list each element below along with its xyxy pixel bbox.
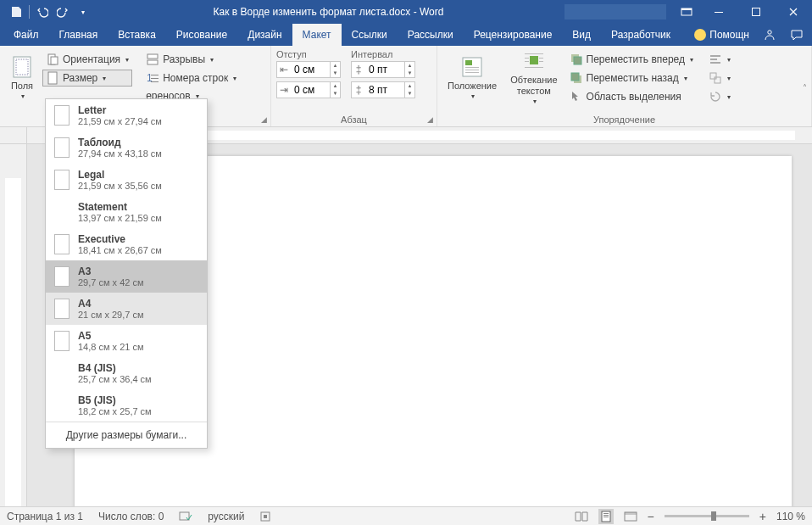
read-mode-icon[interactable] bbox=[575, 511, 588, 522]
size-option--[interactable]: Таблоид27,94 см x 43,18 см bbox=[46, 131, 207, 164]
qat-customize-icon[interactable]: ▾ bbox=[74, 3, 92, 21]
size-option-b4-jis-[interactable]: B4 (JIS)25,7 см x 36,4 см bbox=[46, 357, 207, 389]
size-name: Таблоид bbox=[78, 137, 162, 148]
spacing-after-input[interactable]: ‡▲▼ bbox=[351, 81, 415, 98]
svg-rect-2 bbox=[715, 12, 723, 13]
orientation-icon bbox=[46, 53, 59, 66]
svg-rect-10 bbox=[147, 54, 158, 59]
margins-button[interactable]: Поля ▾ bbox=[5, 49, 39, 105]
ruler-corner bbox=[0, 127, 27, 144]
tab-review[interactable]: Рецензирование bbox=[464, 24, 563, 46]
svg-rect-19 bbox=[465, 70, 479, 70]
align-icon bbox=[709, 53, 722, 66]
page-indicator[interactable]: Страница 1 из 1 bbox=[7, 511, 83, 522]
comments-icon[interactable] bbox=[790, 28, 804, 42]
tab-home[interactable]: Главная bbox=[49, 24, 108, 46]
align-button[interactable]: ▾ bbox=[705, 51, 734, 68]
print-layout-icon[interactable] bbox=[598, 509, 614, 524]
vertical-ruler[interactable] bbox=[0, 144, 27, 506]
svg-rect-33 bbox=[710, 59, 717, 60]
size-dimensions: 21 см x 29,7 см bbox=[78, 310, 144, 320]
position-button[interactable]: Положение▾ bbox=[442, 49, 502, 105]
orientation-button[interactable]: Ориентация▾ bbox=[42, 51, 132, 68]
svg-point-4 bbox=[768, 31, 771, 34]
tab-view[interactable]: Вид bbox=[562, 24, 601, 46]
breaks-button[interactable]: Разрывы▾ bbox=[142, 51, 240, 68]
indent-right-input[interactable]: ⇥▲▼ bbox=[276, 81, 341, 98]
size-name: Letter bbox=[78, 104, 162, 116]
send-backward-button[interactable]: Переместить назад▾ bbox=[566, 70, 697, 87]
size-option-a3[interactable]: A329,7 см x 42 см bbox=[46, 260, 207, 293]
more-paper-sizes[interactable]: Другие размеры бумаги... bbox=[46, 422, 207, 448]
tab-draw[interactable]: Рисование bbox=[166, 24, 237, 46]
size-option-b5-jis-[interactable]: B5 (JIS)18,2 см x 25,7 см bbox=[46, 389, 207, 422]
rotate-button[interactable]: ▾ bbox=[705, 88, 734, 105]
macro-icon[interactable] bbox=[259, 511, 271, 522]
size-button[interactable]: Размер▾ bbox=[42, 70, 132, 87]
wrap-icon bbox=[522, 49, 546, 73]
indent-left-input[interactable]: ⇤▲▼ bbox=[276, 61, 341, 78]
zoom-out-button[interactable]: − bbox=[648, 510, 654, 523]
page-setup-launcher[interactable]: ◢ bbox=[261, 115, 267, 124]
bring-forward-button[interactable]: Переместить вперед▾ bbox=[566, 51, 697, 68]
ribbon-display-icon[interactable] bbox=[673, 0, 700, 24]
size-dimensions: 14,8 см x 21 см bbox=[78, 342, 144, 352]
collapse-ribbon-icon[interactable]: ˄ bbox=[803, 83, 807, 92]
tab-developer[interactable]: Разработчик bbox=[601, 24, 681, 46]
spacing-before-input[interactable]: ‡▲▼ bbox=[351, 61, 415, 78]
page-size-menu: Letter21,59 см x 27,94 смТаблоид27,94 см… bbox=[45, 98, 208, 449]
svg-rect-9 bbox=[48, 72, 57, 84]
zoom-level[interactable]: 110 % bbox=[776, 511, 805, 522]
svg-rect-17 bbox=[465, 60, 472, 65]
paragraph-launcher[interactable]: ◢ bbox=[427, 115, 433, 124]
size-dimensions: 27,94 см x 43,18 см bbox=[78, 148, 162, 159]
tab-layout[interactable]: Макет bbox=[292, 24, 342, 46]
language-indicator[interactable]: русский bbox=[208, 511, 244, 522]
indent-right-icon: ⇥ bbox=[277, 84, 291, 96]
save-icon[interactable] bbox=[7, 3, 25, 21]
svg-rect-41 bbox=[603, 513, 609, 514]
document-title: Как в Ворде изменить формат листа.docx -… bbox=[92, 6, 565, 18]
line-numbers-button[interactable]: 1Номера строк▾ bbox=[142, 70, 240, 87]
selection-pane-button[interactable]: Область выделения bbox=[566, 88, 697, 105]
redo-icon[interactable] bbox=[53, 3, 72, 21]
zoom-slider[interactable] bbox=[665, 515, 749, 517]
share-icon[interactable] bbox=[763, 28, 776, 42]
maximize-button[interactable] bbox=[737, 0, 775, 24]
tab-file[interactable]: Файл bbox=[3, 24, 49, 46]
size-name: A4 bbox=[78, 298, 144, 310]
wrap-text-button[interactable]: Обтекание текстом▾ bbox=[505, 49, 562, 105]
size-option-a5[interactable]: A514,8 см x 21 см bbox=[46, 325, 207, 357]
size-name: Legal bbox=[78, 169, 162, 181]
svg-rect-29 bbox=[574, 57, 581, 64]
size-dimensions: 29,7 см x 42 см bbox=[78, 277, 144, 288]
svg-rect-15 bbox=[151, 81, 159, 82]
tab-references[interactable]: Ссылки bbox=[342, 24, 398, 46]
margins-icon bbox=[10, 55, 34, 79]
size-option-letter[interactable]: Letter21,59 см x 27,94 см bbox=[46, 99, 207, 131]
undo-icon[interactable] bbox=[33, 3, 52, 21]
page-icon bbox=[54, 266, 70, 287]
svg-rect-14 bbox=[151, 78, 159, 79]
size-option-legal[interactable]: Legal21,59 см x 35,56 см bbox=[46, 164, 207, 196]
tab-design[interactable]: Дизайн bbox=[237, 24, 292, 46]
size-name: B5 (JIS) bbox=[78, 394, 152, 406]
zoom-in-button[interactable]: + bbox=[759, 510, 766, 523]
group-button[interactable]: ▾ bbox=[705, 70, 734, 87]
size-icon bbox=[46, 71, 59, 85]
size-option-executive[interactable]: Executive18,41 см x 26,67 см bbox=[46, 228, 207, 260]
size-option-a4[interactable]: A421 см x 29,7 см bbox=[46, 293, 207, 325]
size-option-statement[interactable]: Statement13,97 см x 21,59 см bbox=[46, 196, 207, 228]
svg-rect-27 bbox=[525, 67, 543, 68]
tell-me[interactable]: Помощн bbox=[694, 29, 749, 41]
tab-insert[interactable]: Вставка bbox=[108, 24, 166, 46]
web-layout-icon[interactable] bbox=[624, 511, 637, 522]
spellcheck-icon[interactable] bbox=[179, 511, 192, 522]
size-dimensions: 25,7 см x 36,4 см bbox=[78, 374, 152, 384]
minimize-button[interactable] bbox=[700, 0, 737, 24]
close-button[interactable] bbox=[775, 0, 812, 24]
size-dimensions: 13,97 см x 21,59 см bbox=[78, 213, 162, 223]
word-count[interactable]: Число слов: 0 bbox=[98, 511, 164, 522]
tab-mailings[interactable]: Рассылки bbox=[398, 24, 464, 46]
page-icon bbox=[54, 105, 70, 126]
